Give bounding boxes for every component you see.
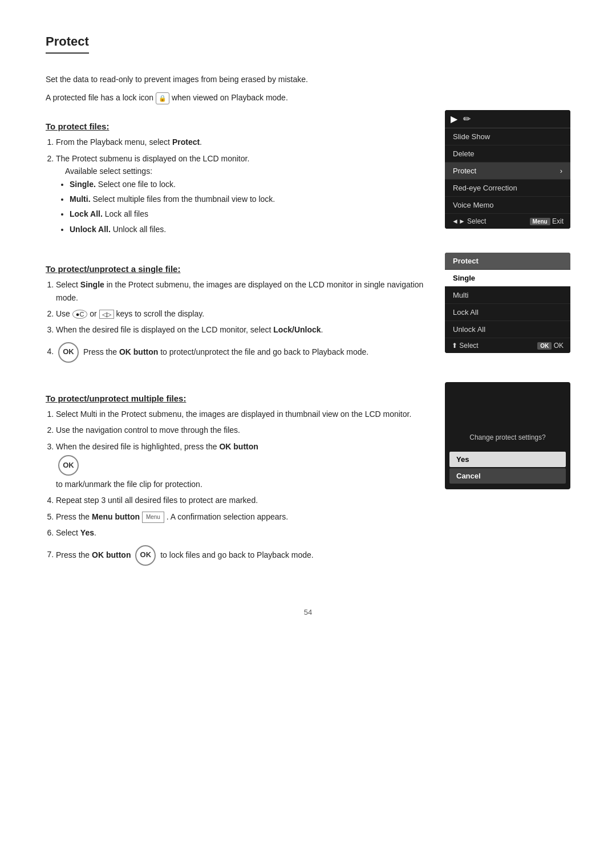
cam-panel1-header: ▶ ✏ (445, 110, 570, 128)
s3-step5: Press the Menu button Menu . A confirmat… (56, 510, 428, 523)
ok-button-icon-2: OK (58, 455, 79, 476)
camera-panel-2: Protect Single Multi Lock All Unlock All… (445, 253, 570, 353)
s2-step3: When the desired file is displayed on th… (56, 323, 428, 336)
cam-row-delete: Delete (445, 145, 570, 163)
intro-line1: Set the data to read-only to prevent ima… (46, 73, 570, 86)
confirm-cancel-btn: Cancel (449, 468, 566, 484)
cam-row-voicememo: Voice Memo (445, 197, 570, 214)
section1-bullets: Single. Select one file to lock. Multi. … (70, 178, 428, 236)
cam-row-redeye: Red-eye Correction (445, 180, 570, 197)
cam-row-single: Single (445, 270, 570, 287)
page-number: 54 (46, 608, 570, 616)
playback-icon: ▶ (451, 113, 457, 124)
camera-panel-1: ▶ ✏ Slide Show Delete Protect› Red-eye C… (445, 110, 570, 229)
cam-row-slideshow: Slide Show (445, 128, 570, 145)
cam-row-protect: Protect› (445, 163, 570, 180)
confirm-question: Change protect settings? (445, 428, 570, 451)
protect-menu-title: Protect (445, 253, 570, 270)
s3-step1: Select Multi in the Protect submenu, the… (56, 408, 428, 420)
step1-2: The Protect submenu is displayed on the … (56, 152, 428, 236)
edit-icon: ✏ (463, 113, 471, 124)
bullet-single: Single. Select one file to lock. (70, 178, 428, 190)
confirm-panel: Change protect settings? Yes Cancel (445, 382, 570, 489)
s3-step7: Press the OK button OK to lock files and… (56, 543, 428, 568)
s2-step4: OK Press the OK button to protect/unprot… (56, 340, 428, 365)
section3-title: To protect/unprotect multiple files: (46, 394, 428, 403)
section3-steps: Select Multi in the Protect submenu, the… (56, 408, 428, 568)
section2-title: To protect/unprotect a single file: (46, 264, 428, 274)
lock-icon: 🔒 (156, 92, 169, 105)
page-title: Protect (46, 34, 89, 54)
section1-title: To protect files: (46, 121, 428, 131)
step1-1: From the Playback menu, select Protect. (56, 136, 428, 148)
cam-row-multi: Multi (445, 287, 570, 304)
s2-step2: Use ●C or ◁▷ keys to scroll the display. (56, 307, 428, 320)
intro-line2: A protected file has a lock icon 🔒 when … (46, 91, 570, 104)
bullet-lockall: Lock All. Lock all files (70, 208, 428, 220)
cam-row-unlockall: Unlock All (445, 321, 570, 338)
s3-step2: Use the navigation control to move throu… (56, 424, 428, 436)
cam-panel2-footer: ⬆ Select OK OK (445, 338, 570, 353)
confirm-panel-space (445, 394, 570, 428)
confirm-yes-btn: Yes (449, 452, 566, 467)
cam-panel1-footer: ◄► Select Menu Exit (445, 214, 570, 229)
s3-step3: When the desired file is highlighted, pr… (56, 440, 428, 491)
ok-button-icon-1: OK (58, 342, 79, 363)
cam-row-lockall: Lock All (445, 304, 570, 321)
bullet-multi: Multi. Select multiple files from the th… (70, 193, 428, 205)
menu-icon: Menu (142, 512, 164, 523)
available-label: Available select settings: (65, 167, 152, 176)
s2-step1: Select Single in the Protect submenu, th… (56, 278, 428, 304)
section2-steps: Select Single in the Protect submenu, th… (56, 278, 428, 365)
bullet-unlockall: Unlock All. Unlock all files. (70, 223, 428, 236)
ok-button-icon-3: OK (135, 545, 156, 566)
s3-step6: Select Yes. (56, 526, 428, 539)
s3-step4: Repeat step 3 until all desired files to… (56, 494, 428, 506)
section1-steps: From the Playback menu, select Protect. … (56, 136, 428, 236)
